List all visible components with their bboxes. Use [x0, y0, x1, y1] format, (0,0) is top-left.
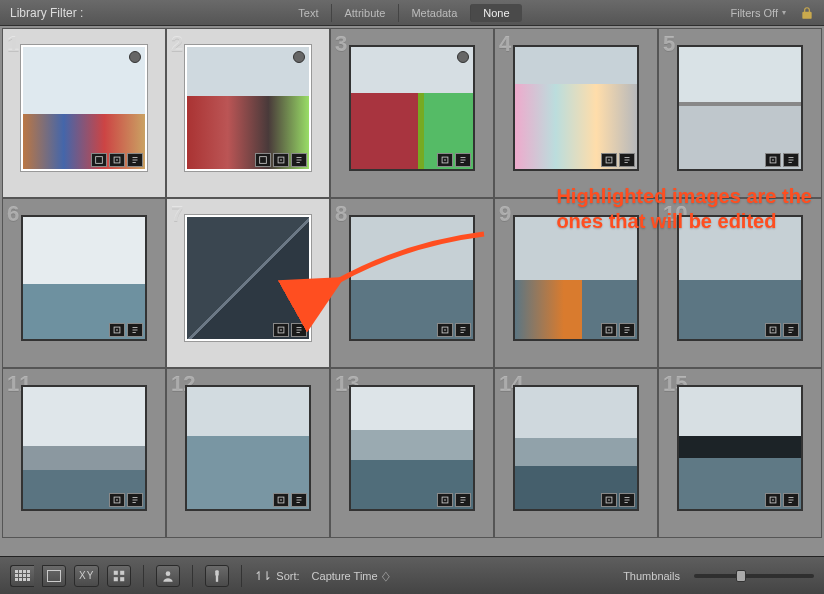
thumbnail-badge[interactable]	[619, 323, 635, 337]
thumbnail-cell[interactable]: 4	[494, 28, 658, 198]
thumbnail-cell[interactable]: 6	[2, 198, 166, 368]
thumbnail-badge[interactable]	[783, 493, 799, 507]
cell-index: 5	[663, 31, 675, 57]
thumbnail-badge[interactable]	[109, 323, 125, 337]
badge-row	[765, 323, 799, 337]
thumbnail-cell[interactable]: 1	[2, 28, 166, 198]
thumbnail-image	[515, 387, 637, 509]
svg-point-11	[772, 159, 774, 161]
thumbnail-cell[interactable]: 2	[166, 28, 330, 198]
thumbnail-cell[interactable]: 9	[494, 198, 658, 368]
sort-group: ↿⇂ Sort: Capture Time	[254, 568, 395, 584]
thumbnail-badge[interactable]	[109, 153, 125, 167]
people-view-button[interactable]	[156, 565, 180, 587]
thumbnail-badge[interactable]	[601, 153, 617, 167]
thumbnail-badge[interactable]	[619, 153, 635, 167]
thumbnail-image	[515, 217, 637, 339]
thumbnail-cell[interactable]: 11	[2, 368, 166, 538]
thumbnail-cell[interactable]: 14	[494, 368, 658, 538]
thumbnail-badge[interactable]	[273, 323, 289, 337]
svg-rect-32	[114, 570, 118, 574]
svg-point-31	[772, 499, 774, 501]
thumbnail-badge[interactable]	[455, 493, 471, 507]
cell-index: 3	[335, 31, 347, 57]
thumbnail-badge[interactable]	[437, 323, 453, 337]
flag-icon[interactable]	[129, 51, 141, 63]
filter-tab-none[interactable]: None	[470, 4, 521, 22]
svg-point-9	[608, 159, 610, 161]
thumbnail-badge[interactable]	[601, 493, 617, 507]
thumbnail-badge[interactable]	[455, 323, 471, 337]
flag-icon[interactable]	[293, 51, 305, 63]
thumbnail-cell[interactable]: 7	[166, 198, 330, 368]
thumbnail-badge[interactable]	[109, 493, 125, 507]
thumbnail-image	[679, 47, 801, 169]
thumbnail-badge[interactable]	[273, 153, 289, 167]
thumbnail-badge[interactable]	[291, 153, 307, 167]
svg-point-23	[116, 499, 118, 501]
svg-rect-37	[216, 570, 220, 576]
lock-icon[interactable]	[800, 6, 814, 20]
thumbnails-label: Thumbnails	[623, 570, 680, 582]
library-filter-bar: Library Filter : TextAttributeMetadataNo…	[0, 0, 824, 26]
thumbnail-badge[interactable]	[765, 323, 781, 337]
filter-tab-attribute[interactable]: Attribute	[331, 4, 397, 22]
thumbnail-image	[351, 47, 473, 169]
thumbnail-badge[interactable]	[291, 323, 307, 337]
svg-point-36	[166, 571, 171, 576]
thumbnail-badge[interactable]	[291, 493, 307, 507]
slider-handle[interactable]	[736, 570, 746, 582]
grid-view-button[interactable]	[10, 565, 34, 587]
thumbnail-badge[interactable]	[437, 153, 453, 167]
svg-point-29	[608, 499, 610, 501]
filter-tab-metadata[interactable]: Metadata	[398, 4, 469, 22]
thumbnail-badge[interactable]	[783, 153, 799, 167]
svg-rect-0	[96, 157, 103, 164]
thumbnail-badge[interactable]	[765, 153, 781, 167]
sort-dropdown[interactable]: Capture Time	[306, 568, 396, 584]
thumbnail-cell[interactable]: 12	[166, 368, 330, 538]
thumbnail-image	[351, 387, 473, 509]
thumbnail-image	[679, 217, 801, 339]
thumbnail-badge[interactable]	[765, 493, 781, 507]
sort-direction-icon[interactable]: ↿⇂	[254, 569, 270, 583]
thumbnail-image	[23, 47, 145, 169]
thumbnail-badge[interactable]	[783, 323, 799, 337]
thumbnail-cell[interactable]: 15	[658, 368, 822, 538]
survey-view-button[interactable]	[107, 565, 131, 587]
badge-row	[109, 323, 143, 337]
filters-off-dropdown[interactable]: Filters Off	[725, 7, 792, 19]
thumbnail-badge[interactable]	[255, 153, 271, 167]
badge-row	[255, 153, 307, 167]
thumbnail-size-slider[interactable]	[694, 574, 814, 578]
thumbnail-badge[interactable]	[127, 493, 143, 507]
cell-index: 8	[335, 201, 347, 227]
thumbnail-cell[interactable]: 13	[330, 368, 494, 538]
thumbnail-badge[interactable]	[619, 493, 635, 507]
painter-button[interactable]	[205, 565, 229, 587]
thumbnail-badge[interactable]	[91, 153, 107, 167]
compare-view-button[interactable]: XY	[74, 565, 99, 587]
thumbnail-badge[interactable]	[127, 153, 143, 167]
badge-row	[437, 153, 471, 167]
svg-rect-38	[216, 576, 218, 582]
thumbnail-badge[interactable]	[273, 493, 289, 507]
svg-point-2	[116, 159, 118, 161]
cell-index: 9	[499, 201, 511, 227]
svg-point-5	[280, 159, 282, 161]
badge-row	[437, 493, 471, 507]
toolbar-divider	[241, 565, 242, 587]
thumbnail-cell[interactable]: 3	[330, 28, 494, 198]
toolbar-divider	[143, 565, 144, 587]
thumbnail-badge[interactable]	[601, 323, 617, 337]
thumbnail-badge[interactable]	[437, 493, 453, 507]
thumbnail-badge[interactable]	[455, 153, 471, 167]
thumbnail-cell[interactable]: 8	[330, 198, 494, 368]
filter-tab-text[interactable]: Text	[286, 4, 330, 22]
loupe-view-button[interactable]	[42, 565, 66, 587]
svg-point-17	[444, 329, 446, 331]
thumbnail-cell[interactable]: 5	[658, 28, 822, 198]
flag-icon[interactable]	[457, 51, 469, 63]
thumbnail-badge[interactable]	[127, 323, 143, 337]
thumbnail-cell[interactable]: 10	[658, 198, 822, 368]
